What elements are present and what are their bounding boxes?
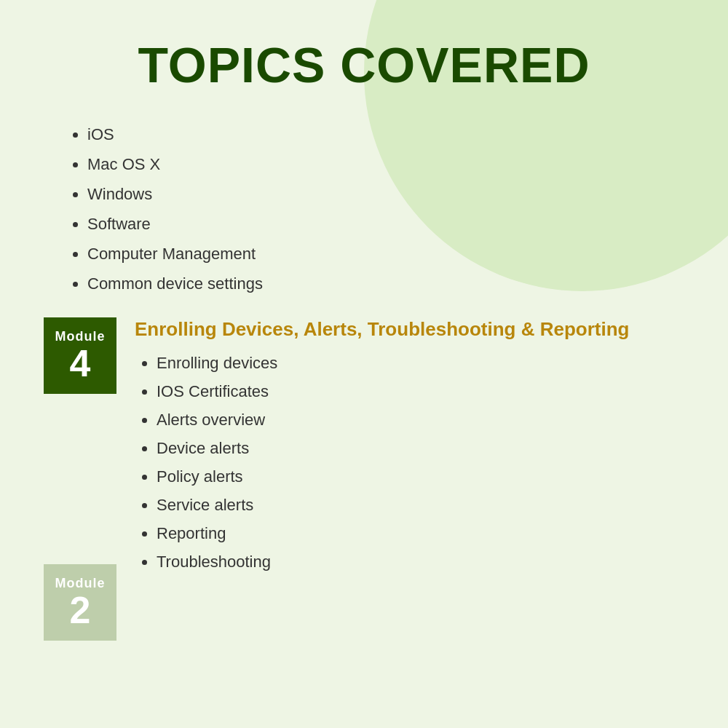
list-item: Computer Management <box>87 242 684 266</box>
standalone-topics-list: iOS Mac OS X Windows Software Computer M… <box>44 122 684 296</box>
list-item: Troubleshooting <box>157 550 684 574</box>
list-item: Enrolling devices <box>157 351 684 375</box>
list-item: Service alerts <box>157 493 684 517</box>
module-4-badge: Module 4 <box>44 317 116 394</box>
list-item: Mac OS X <box>87 152 684 176</box>
list-item: IOS Certificates <box>157 379 684 403</box>
list-item: Common device settings <box>87 272 684 296</box>
module-4-title: Enrolling Devices, Alerts, Troubleshooti… <box>135 317 684 342</box>
list-item: Device alerts <box>157 436 684 460</box>
page-title: TOPICS COVERED <box>44 36 684 93</box>
list-item: iOS <box>87 122 684 146</box>
list-item: Windows <box>87 182 684 206</box>
list-item: Alerts overview <box>157 408 684 432</box>
list-item: Reporting <box>157 521 684 545</box>
list-item: Software <box>87 212 684 236</box>
module-4-number: 4 <box>70 344 91 382</box>
list-item: Policy alerts <box>157 464 684 488</box>
module-4-content: Enrolling Devices, Alerts, Troubleshooti… <box>135 317 684 578</box>
page-content: TOPICS COVERED iOS Mac OS X Windows Soft… <box>0 0 728 629</box>
module-4-section: Module 4 Enrolling Devices, Alerts, Trou… <box>44 317 684 578</box>
module-4-topics: Enrolling devices IOS Certificates Alert… <box>135 351 684 574</box>
